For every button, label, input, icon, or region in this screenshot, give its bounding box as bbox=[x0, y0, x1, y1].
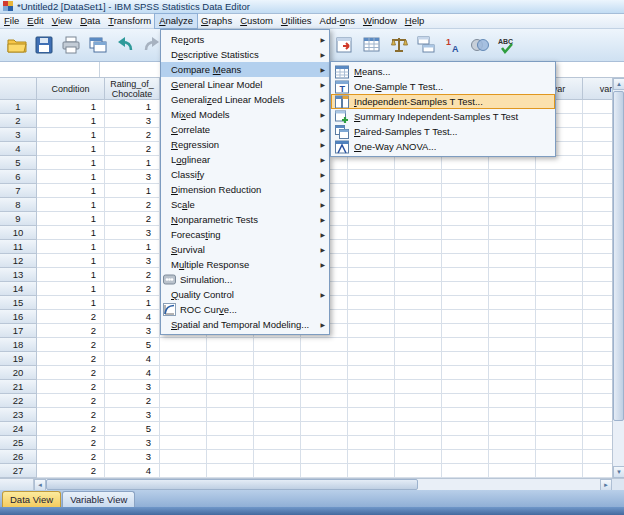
empty-cell[interactable] bbox=[583, 240, 612, 254]
empty-cell[interactable] bbox=[583, 464, 612, 478]
empty-cell[interactable] bbox=[583, 408, 612, 422]
empty-cell[interactable] bbox=[254, 436, 301, 450]
row-number-cell[interactable]: 24 bbox=[0, 422, 37, 436]
condition-cell[interactable]: 2 bbox=[37, 338, 105, 352]
empty-cell[interactable] bbox=[583, 324, 612, 338]
empty-cell[interactable] bbox=[442, 240, 489, 254]
rating-cell[interactable]: 1 bbox=[105, 296, 160, 310]
menubar-item-graphs[interactable]: Graphs bbox=[197, 14, 236, 28]
empty-cell[interactable] bbox=[207, 408, 254, 422]
empty-cell[interactable] bbox=[536, 170, 583, 184]
rating-cell[interactable]: 2 bbox=[105, 142, 160, 156]
condition-cell[interactable]: 2 bbox=[37, 394, 105, 408]
row-number-cell[interactable]: 7 bbox=[0, 184, 37, 198]
menu-item-compare-means[interactable]: Compare Means▶ bbox=[161, 62, 329, 77]
empty-cell[interactable] bbox=[395, 198, 442, 212]
row-number-cell[interactable]: 26 bbox=[0, 450, 37, 464]
empty-cell[interactable] bbox=[536, 436, 583, 450]
empty-cell[interactable] bbox=[489, 310, 536, 324]
empty-cell[interactable] bbox=[207, 380, 254, 394]
empty-cell[interactable] bbox=[160, 366, 207, 380]
spell-check-button[interactable]: ABC bbox=[494, 32, 519, 58]
empty-cell[interactable] bbox=[583, 254, 612, 268]
condition-cell[interactable]: 1 bbox=[37, 156, 105, 170]
submenu-item-means[interactable]: Means... bbox=[331, 64, 555, 79]
empty-cell[interactable] bbox=[348, 156, 395, 170]
empty-cell[interactable] bbox=[489, 254, 536, 268]
rating-cell[interactable]: 2 bbox=[105, 268, 160, 282]
empty-cell[interactable] bbox=[536, 338, 583, 352]
menu-item-reports[interactable]: Reports▶ bbox=[161, 32, 329, 47]
empty-cell[interactable] bbox=[207, 352, 254, 366]
empty-cell[interactable] bbox=[395, 268, 442, 282]
empty-cell[interactable] bbox=[160, 408, 207, 422]
menubar-item-help[interactable]: Help bbox=[401, 14, 429, 28]
row-number-cell[interactable]: 9 bbox=[0, 212, 37, 226]
rating-cell[interactable]: 3 bbox=[105, 408, 160, 422]
rating-cell[interactable]: 1 bbox=[105, 240, 160, 254]
empty-cell[interactable] bbox=[489, 268, 536, 282]
empty-cell[interactable] bbox=[348, 254, 395, 268]
empty-cell[interactable] bbox=[489, 394, 536, 408]
rating-cell[interactable]: 1 bbox=[105, 100, 160, 114]
empty-cell[interactable] bbox=[348, 366, 395, 380]
empty-cell[interactable] bbox=[348, 380, 395, 394]
row-number-cell[interactable]: 17 bbox=[0, 324, 37, 338]
empty-cell[interactable] bbox=[160, 422, 207, 436]
empty-cell[interactable] bbox=[442, 268, 489, 282]
menu-item-mixed-models[interactable]: Mixed Models▶ bbox=[161, 107, 329, 122]
empty-cell[interactable] bbox=[301, 422, 348, 436]
empty-cell[interactable] bbox=[160, 450, 207, 464]
empty-cell[interactable] bbox=[536, 240, 583, 254]
empty-cell[interactable] bbox=[348, 408, 395, 422]
use-sets-button[interactable] bbox=[467, 32, 492, 58]
empty-cell[interactable] bbox=[489, 324, 536, 338]
column-header-condition[interactable]: Condition bbox=[37, 78, 105, 100]
scroll-down-button[interactable]: ▼ bbox=[613, 466, 624, 478]
empty-cell[interactable] bbox=[442, 338, 489, 352]
empty-cell[interactable] bbox=[301, 394, 348, 408]
empty-cell[interactable] bbox=[442, 408, 489, 422]
empty-cell[interactable] bbox=[348, 240, 395, 254]
empty-cell[interactable] bbox=[536, 366, 583, 380]
condition-cell[interactable]: 2 bbox=[37, 366, 105, 380]
row-number-cell[interactable]: 8 bbox=[0, 198, 37, 212]
empty-cell[interactable] bbox=[254, 408, 301, 422]
save-button[interactable] bbox=[31, 32, 56, 58]
menubar-item-edit[interactable]: Edit bbox=[23, 14, 47, 28]
empty-cell[interactable] bbox=[395, 464, 442, 478]
rating-cell[interactable]: 5 bbox=[105, 338, 160, 352]
empty-cell[interactable] bbox=[583, 226, 612, 240]
row-number-cell[interactable]: 19 bbox=[0, 352, 37, 366]
menu-item-descriptive-statistics[interactable]: Descriptive Statistics▶ bbox=[161, 47, 329, 62]
rating-cell[interactable]: 3 bbox=[105, 170, 160, 184]
empty-cell[interactable] bbox=[583, 114, 612, 128]
row-number-cell[interactable]: 3 bbox=[0, 128, 37, 142]
empty-cell[interactable] bbox=[254, 366, 301, 380]
empty-cell[interactable] bbox=[348, 394, 395, 408]
empty-cell[interactable] bbox=[536, 324, 583, 338]
condition-cell[interactable]: 1 bbox=[37, 128, 105, 142]
empty-cell[interactable] bbox=[301, 408, 348, 422]
condition-cell[interactable]: 2 bbox=[37, 436, 105, 450]
empty-cell[interactable] bbox=[160, 380, 207, 394]
empty-cell[interactable] bbox=[536, 226, 583, 240]
empty-cell[interactable] bbox=[583, 338, 612, 352]
empty-cell[interactable] bbox=[442, 464, 489, 478]
empty-cell[interactable] bbox=[348, 450, 395, 464]
empty-cell[interactable] bbox=[395, 422, 442, 436]
empty-cell[interactable] bbox=[489, 170, 536, 184]
row-number-cell[interactable]: 2 bbox=[0, 114, 37, 128]
empty-cell[interactable] bbox=[395, 226, 442, 240]
empty-cell[interactable] bbox=[536, 268, 583, 282]
empty-cell[interactable] bbox=[489, 352, 536, 366]
empty-cell[interactable] bbox=[348, 184, 395, 198]
menu-item-dimension-reduction[interactable]: Dimension Reduction▶ bbox=[161, 182, 329, 197]
empty-cell[interactable] bbox=[583, 310, 612, 324]
menubar-item-window[interactable]: Window bbox=[359, 14, 401, 28]
condition-cell[interactable]: 2 bbox=[37, 464, 105, 478]
rating-cell[interactable]: 3 bbox=[105, 436, 160, 450]
empty-cell[interactable] bbox=[583, 212, 612, 226]
empty-cell[interactable] bbox=[395, 282, 442, 296]
empty-cell[interactable] bbox=[489, 338, 536, 352]
